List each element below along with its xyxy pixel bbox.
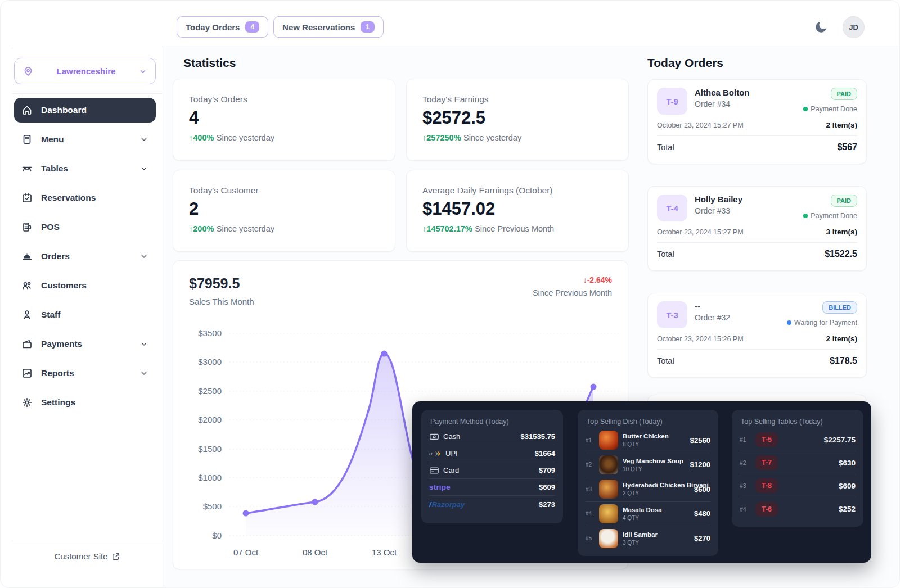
table-badge: T-6 — [755, 502, 778, 517]
order-datetime: October 23, 2024 15:27 PM — [657, 228, 744, 236]
sidebar-item-customers[interactable]: Customers — [14, 273, 156, 298]
status-badge: PAID — [831, 195, 857, 207]
stripe-logo: stripe — [429, 483, 451, 491]
dish-image — [599, 504, 618, 523]
chevron-down-icon — [138, 67, 147, 76]
today-orders-button[interactable]: Today Orders 4 — [177, 16, 268, 38]
menu-board-icon — [21, 134, 33, 145]
sidebar-item-orders[interactable]: Orders — [14, 244, 156, 269]
moon-icon — [813, 19, 829, 35]
sidebar-item-label: Reports — [41, 368, 74, 378]
dish-rank: #2 — [586, 462, 595, 468]
sidebar-footer-divider — [12, 541, 163, 541]
order-card[interactable]: T-4 Holly Bailey Order #33 PAID Payment … — [647, 186, 867, 271]
order-card[interactable]: T-3 -- Order #32 BILLED Waiting for Paym… — [647, 293, 867, 378]
sidebar-item-pos[interactable]: POS — [14, 215, 156, 239]
dish-image — [599, 529, 618, 548]
calendar-check-icon — [21, 192, 33, 203]
sidebar-item-reports[interactable]: Reports — [14, 361, 156, 386]
today-orders-label: Today Orders — [186, 22, 240, 32]
avatar[interactable]: JD — [843, 16, 865, 38]
payment-amount: $31535.75 — [521, 432, 555, 441]
chart-icon — [21, 368, 33, 379]
chevron-down-icon — [140, 252, 148, 261]
dish-amount: $2560 — [690, 436, 710, 445]
stat-delta: ↑200% — [189, 224, 214, 233]
dish-name: Masala Dosa — [623, 506, 662, 513]
dish-name: Butter Chicken — [623, 433, 669, 440]
dish-amount: $600 — [694, 485, 710, 494]
payment-method-label: UPI — [446, 449, 458, 458]
total-label: Total — [657, 250, 674, 259]
payment-method-panel: Payment Method (Today) Cash $31535.75 U … — [421, 410, 563, 523]
stat-delta-note: Since yesterday — [464, 133, 521, 142]
topbar: Today Orders 4 New Reservations 1 — [177, 16, 384, 38]
top-dishes-title: Top Selling Dish (Today) — [586, 416, 710, 428]
payment-row: /Razorpay $273 — [429, 496, 555, 513]
customer-site-link[interactable]: Customer Site — [12, 551, 163, 561]
payment-status: Payment Done — [803, 105, 857, 113]
gear-icon — [21, 397, 33, 408]
table-icon — [21, 163, 33, 174]
sidebar-item-payments[interactable]: Payments — [14, 332, 156, 356]
order-datetime: October 23, 2024 15:26 PM — [657, 335, 744, 343]
sidebar-item-dashboard[interactable]: Dashboard — [14, 98, 156, 123]
status-dot — [787, 320, 791, 325]
order-datetime: October 23, 2024 15:27 PM — [657, 121, 744, 129]
divider — [657, 135, 857, 136]
dish-amount: $1200 — [690, 460, 710, 469]
statistics-title: Statistics — [183, 56, 236, 70]
table-row: #3 T-8 $609 — [740, 474, 856, 497]
payment-amount: $1664 — [535, 449, 555, 458]
dish-name: Veg Manchow Soup — [623, 458, 683, 464]
customer-name: -- — [695, 301, 780, 311]
chevron-down-icon — [140, 135, 148, 144]
table-row: #4 T-6 $252 — [740, 497, 856, 521]
dish-row: #3 Hyderabadi Chicken Biryani 2 QTY $600 — [586, 477, 710, 502]
sales-chart-header: $7959.5 Sales This Month ↓-2.64% Since P… — [173, 261, 628, 306]
dish-rank: #5 — [586, 535, 595, 541]
new-reservations-button[interactable]: New Reservations 1 — [273, 16, 384, 38]
table-rank: #3 — [740, 482, 750, 489]
table-badge: T-9 — [657, 88, 687, 115]
stat-label: Average Daily Earnings (October) — [422, 186, 613, 196]
stat-value: 2 — [189, 199, 379, 219]
stat-delta-note: Since Previous Month — [475, 224, 554, 233]
order-number: Order #33 — [695, 206, 796, 215]
sidebar-top-divider — [12, 46, 163, 46]
stat-label: Today's Orders — [189, 94, 379, 105]
customer-site-label: Customer Site — [54, 551, 107, 561]
sidebar-item-staff[interactable]: Staff — [14, 302, 156, 327]
sidebar-item-settings[interactable]: Settings — [14, 390, 156, 415]
status-badge: BILLED — [822, 301, 857, 314]
stat-value: $1457.02 — [422, 199, 613, 219]
new-reservations-badge: 1 — [361, 21, 375, 33]
stat-card-todays-customer: Today's Customer 2 ↑200% Since yesterday — [173, 170, 395, 252]
svg-text:$3500: $3500 — [198, 328, 222, 338]
pos-terminal-icon — [21, 221, 33, 233]
order-number: Order #34 — [695, 99, 796, 108]
top-dishes-panel: Top Selling Dish (Today) #1 Butter Chick… — [578, 410, 718, 556]
total-label: Total — [657, 143, 674, 152]
payment-method-label: Cash — [443, 432, 460, 441]
sidebar-item-tables[interactable]: Tables — [14, 156, 156, 181]
sidebar-item-menu[interactable]: Menu — [14, 127, 156, 152]
svg-text:$1000: $1000 — [198, 473, 222, 482]
dark-mode-toggle[interactable] — [811, 17, 831, 38]
location-selector[interactable]: Lawrenceshire — [14, 58, 156, 84]
order-card[interactable]: T-9 Althea Bolton Order #34 PAID Payment… — [647, 79, 867, 164]
cash-icon — [429, 432, 439, 442]
sidebar-divider — [12, 93, 163, 94]
payment-row: stripe $609 — [429, 479, 555, 496]
table-amount: $2257.75 — [824, 436, 856, 444]
svg-text:$2500: $2500 — [198, 386, 222, 396]
top-tables-title: Top Selling Tables (Today) — [740, 416, 856, 428]
chevron-down-icon — [140, 164, 148, 173]
svg-text:08 Oct: 08 Oct — [303, 548, 328, 557]
table-rank: #4 — [740, 506, 750, 513]
sidebar-item-reservations[interactable]: Reservations — [14, 186, 156, 210]
sidebar-item-label: Tables — [41, 164, 68, 174]
customer-name: Althea Bolton — [695, 88, 796, 97]
credit-card-icon — [429, 465, 439, 476]
svg-text:$2000: $2000 — [198, 415, 222, 424]
